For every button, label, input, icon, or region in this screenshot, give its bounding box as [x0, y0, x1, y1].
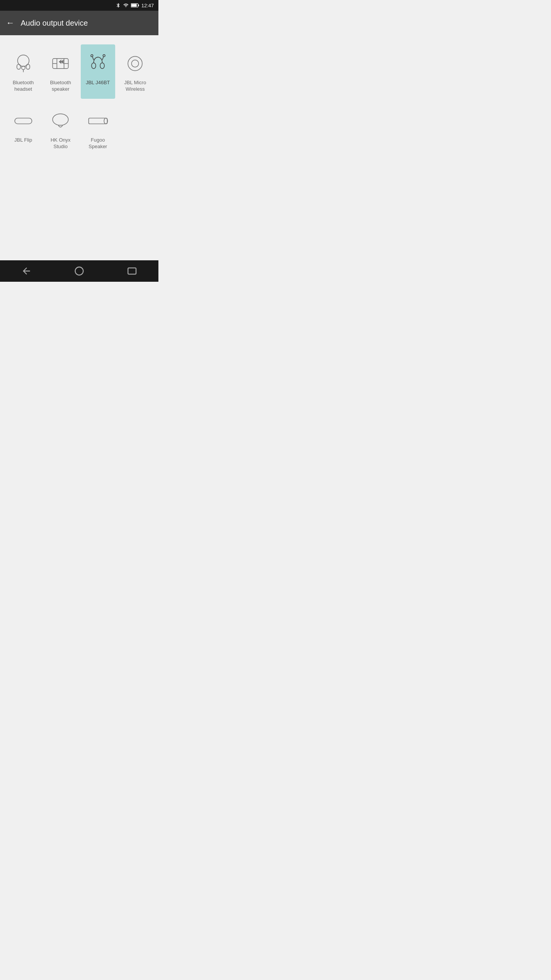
back-button[interactable]: ← [6, 19, 15, 27]
device-label-jbl-j46bt: JBL J46BT [86, 80, 110, 86]
device-item-bluetooth-speaker[interactable]: Bluetooth speaker [44, 44, 78, 99]
svg-point-14 [100, 63, 104, 69]
signal-icon [123, 3, 129, 8]
nav-recents-button[interactable] [121, 263, 143, 279]
device-icon-bluetooth-headset [12, 52, 35, 75]
svg-point-16 [91, 55, 93, 57]
device-item-jbl-flip[interactable]: JBL Flip [6, 102, 41, 156]
device-icon-hk-onyx-studio [49, 109, 72, 132]
toolbar: ← Audio output device [0, 11, 158, 35]
device-grid: Bluetooth headset Bluetooth speaker JBL … [6, 41, 152, 156]
device-icon-bluetooth-speaker [49, 52, 72, 75]
device-icon-jbl-j46bt [86, 52, 109, 75]
time-display: 12:47 [141, 3, 154, 8]
nav-back-button[interactable] [15, 263, 38, 279]
device-item-bluetooth-headset[interactable]: Bluetooth headset [6, 44, 41, 99]
svg-point-19 [128, 56, 142, 70]
svg-point-18 [103, 55, 105, 57]
nav-home-button[interactable] [68, 263, 91, 279]
device-item-jbl-micro-wireless[interactable]: JBL Micro Wireless [118, 44, 153, 99]
svg-point-22 [53, 114, 68, 125]
device-icon-fugoo-speaker [86, 109, 109, 132]
svg-rect-4 [17, 64, 20, 69]
device-label-fugoo-speaker: Fugoo Speaker [84, 137, 112, 150]
device-item-jbl-j46bt[interactable]: JBL J46BT [81, 44, 115, 99]
svg-rect-21 [15, 118, 32, 124]
status-bar: 12:47 [0, 0, 158, 11]
device-label-bluetooth-speaker: Bluetooth speaker [47, 80, 75, 93]
device-label-jbl-flip: JBL Flip [15, 137, 32, 144]
svg-rect-2 [132, 4, 137, 7]
status-bar-icons: 12:47 [116, 3, 154, 8]
svg-rect-26 [128, 268, 136, 274]
battery-icon [131, 3, 139, 8]
svg-rect-5 [26, 64, 29, 69]
svg-rect-1 [138, 5, 139, 7]
content-area: Bluetooth headset Bluetooth speaker JBL … [0, 35, 158, 260]
page-title: Audio output device [21, 19, 88, 28]
bluetooth-status-icon [116, 3, 121, 8]
svg-point-20 [132, 60, 139, 67]
device-item-hk-onyx-studio[interactable]: HK Onyx Studio [44, 102, 78, 156]
nav-recents-icon [127, 266, 137, 276]
svg-point-25 [75, 267, 83, 275]
nav-back-icon [21, 266, 32, 276]
bottom-nav [0, 260, 158, 282]
device-label-hk-onyx-studio: HK Onyx Studio [47, 137, 75, 150]
device-label-jbl-micro-wireless: JBL Micro Wireless [121, 80, 150, 93]
device-item-fugoo-speaker[interactable]: Fugoo Speaker [81, 102, 115, 156]
device-icon-jbl-micro-wireless [124, 52, 147, 75]
nav-home-icon [74, 266, 85, 276]
device-icon-jbl-flip [12, 109, 35, 132]
svg-point-13 [91, 63, 96, 69]
device-label-bluetooth-headset: Bluetooth headset [9, 80, 37, 93]
